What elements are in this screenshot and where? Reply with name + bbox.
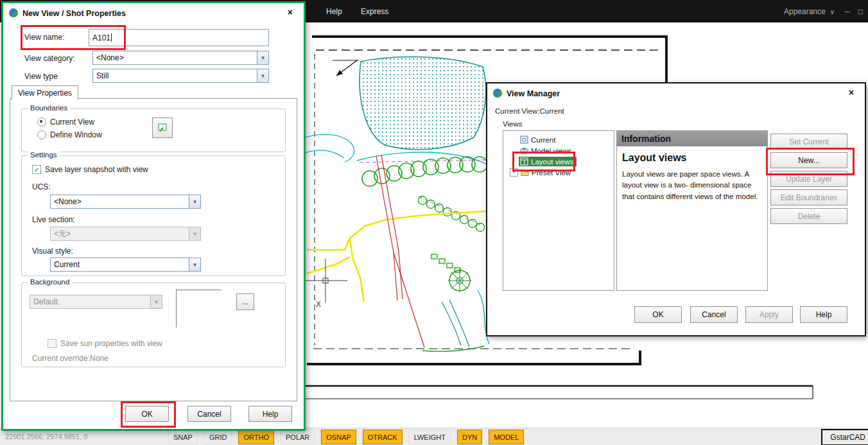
view-manager-dialog: View Manager × Current View:Current View… bbox=[486, 82, 866, 336]
tree-item-label: Model views bbox=[531, 147, 571, 155]
edit-boundaries-button: Edit Boundraries bbox=[770, 189, 847, 205]
ok-button[interactable]: OK bbox=[125, 406, 169, 422]
statusbar-toggle-osnap[interactable]: OSNAP bbox=[321, 430, 356, 444]
set-current-label: Set Current bbox=[789, 137, 828, 146]
view-manager-title: View Manager bbox=[507, 89, 560, 98]
live-section-label: Live section: bbox=[32, 215, 75, 224]
help-label: Help bbox=[263, 410, 279, 419]
new-button[interactable]: New... bbox=[770, 152, 847, 168]
new-view-dialog-title: New View / Shot Properties bbox=[22, 9, 126, 18]
tree-item-label: Preset View bbox=[532, 169, 571, 177]
view-type-label: View type bbox=[24, 72, 58, 81]
statusbar-toggle-ortho[interactable]: ORTHO bbox=[238, 430, 274, 444]
statusbar-toggle-polar[interactable]: POLAR bbox=[281, 430, 315, 444]
views-tree[interactable]: Current Model views Layout views bbox=[503, 130, 614, 291]
view-name-input[interactable]: A101 bbox=[89, 29, 269, 46]
info-heading: Layout views bbox=[622, 152, 767, 164]
menu-item-help[interactable]: Help bbox=[326, 0, 342, 22]
ellipsis-label: ... bbox=[242, 297, 248, 306]
chevron-down-icon bbox=[830, 7, 835, 16]
vm-ok-button[interactable]: OK bbox=[634, 306, 682, 323]
tree-item-preset-view[interactable]: Preset View bbox=[510, 167, 571, 178]
save-layer-checkbox[interactable]: Save layer snapshot with view bbox=[32, 165, 148, 174]
new-view-dialog: New View / Shot Properties × View name: … bbox=[1, 1, 306, 431]
checkbox-check-icon bbox=[32, 165, 41, 174]
cancel-button[interactable]: Cancel bbox=[187, 406, 231, 422]
view-category-combo[interactable]: <None> bbox=[92, 51, 269, 65]
background-preview bbox=[176, 290, 221, 327]
current-view-text: Current View:Current bbox=[495, 107, 564, 115]
tree-item-model-views[interactable]: Model views bbox=[520, 145, 571, 156]
visual-style-combo[interactable]: Current bbox=[50, 257, 201, 272]
view-type-value: Still bbox=[96, 71, 108, 80]
restore-button[interactable] bbox=[858, 0, 863, 22]
vm-ok-label: OK bbox=[652, 310, 663, 319]
vm-apply-label: Apply bbox=[759, 310, 779, 319]
statusbar-toggle-snap[interactable]: SNAP bbox=[168, 430, 198, 444]
tree-item-current[interactable]: Current bbox=[520, 134, 555, 145]
view-category-label: View category: bbox=[24, 54, 75, 63]
statusbar-toggle-model[interactable]: MODEL bbox=[489, 430, 524, 444]
info-header-label: Information bbox=[621, 134, 671, 144]
tab-view-properties[interactable]: View Properties bbox=[12, 85, 78, 100]
statusbar-toggle-dyn[interactable]: DYN bbox=[457, 430, 482, 444]
statusbar-toggle-lweight[interactable]: LWEIGHT bbox=[409, 430, 451, 444]
close-icon[interactable]: × bbox=[288, 7, 293, 17]
expand-plus-icon[interactable] bbox=[510, 168, 518, 177]
vm-cancel-button[interactable]: Cancel bbox=[690, 306, 738, 323]
visual-style-value: Current bbox=[54, 260, 80, 269]
selected-tree-item: Layout views bbox=[519, 157, 577, 166]
view-category-value: <None> bbox=[96, 53, 124, 62]
tree-item-layout-views[interactable]: Layout views bbox=[519, 156, 577, 167]
radio-define-window[interactable]: Define Window bbox=[37, 130, 102, 139]
minimize-icon bbox=[844, 7, 850, 16]
appearance-menu[interactable]: Appearance bbox=[784, 0, 835, 22]
live-section-combo: <无> bbox=[50, 227, 201, 241]
tree-item-label: Current bbox=[531, 136, 555, 144]
settings-group: Settings Save layer snapshot with view U… bbox=[21, 155, 286, 276]
chevron-down-icon bbox=[189, 195, 200, 208]
delete-label: Delete bbox=[798, 212, 820, 221]
radio-selected-icon bbox=[37, 118, 46, 127]
radio-circle-icon bbox=[37, 130, 46, 139]
brand-badge: GstarCAD bbox=[821, 429, 868, 445]
info-body-text: Layout views are paper space views. A la… bbox=[622, 169, 762, 202]
info-header: Information bbox=[617, 131, 767, 146]
menu-item-express[interactable]: Express bbox=[361, 0, 388, 22]
define-window-pick-button[interactable] bbox=[152, 118, 173, 138]
info-panel: Information Layout views Layout views ar… bbox=[616, 130, 768, 291]
boundaries-group: Boundaries Current View Define Window bbox=[21, 109, 286, 152]
statusbar-toggle-grid[interactable]: GRID bbox=[204, 430, 232, 444]
live-section-value: <无> bbox=[54, 229, 71, 240]
background-type-value: Default bbox=[33, 297, 58, 306]
edit-boundaries-label: Edit Boundraries bbox=[781, 193, 838, 202]
settings-legend: Settings bbox=[28, 151, 60, 159]
vm-help-label: Help bbox=[816, 310, 832, 319]
background-legend: Background bbox=[28, 278, 72, 286]
window-pick-icon bbox=[157, 123, 168, 133]
help-button[interactable]: Help bbox=[248, 406, 292, 422]
radio-current-view-label: Current View bbox=[50, 118, 94, 127]
ucs-combo[interactable]: <None> bbox=[50, 195, 201, 209]
new-label: New... bbox=[798, 156, 819, 165]
save-sun-label: Save sun properties with view bbox=[60, 339, 162, 348]
ucs-label: UCS: bbox=[32, 182, 51, 191]
save-layer-label: Save layer snapshot with view bbox=[45, 165, 148, 174]
minimize-button[interactable] bbox=[844, 0, 850, 22]
boundaries-legend: Boundaries bbox=[28, 104, 70, 112]
ucs-value: <None> bbox=[54, 197, 82, 206]
vm-help-button[interactable]: Help bbox=[800, 306, 847, 323]
text-cursor bbox=[111, 33, 112, 42]
camera-icon bbox=[520, 146, 528, 155]
view-type-combo[interactable]: Still bbox=[92, 69, 269, 83]
statusbar-toggle-otrack[interactable]: OTRACK bbox=[363, 430, 403, 444]
close-icon[interactable]: × bbox=[849, 87, 854, 98]
background-browse-button[interactable]: ... bbox=[236, 293, 254, 310]
view-name-value: A101 bbox=[92, 33, 110, 42]
app-logo-icon bbox=[9, 8, 18, 17]
radio-current-view[interactable]: Current View bbox=[37, 118, 94, 127]
current-override-text: Current override:None bbox=[32, 354, 108, 363]
appearance-label: Appearance bbox=[784, 7, 826, 16]
restore-icon bbox=[858, 7, 863, 16]
folder-icon bbox=[521, 168, 529, 177]
